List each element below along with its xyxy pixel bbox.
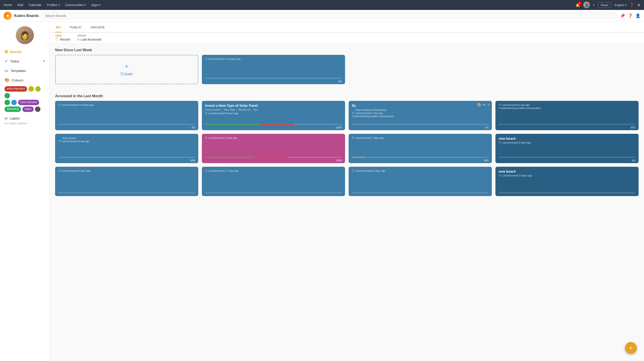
sidebar-item-templates[interactable]: ▭ Templates (0, 66, 50, 75)
fullscreen-icon[interactable]: ⤢ (487, 103, 490, 107)
profiles-chevron: ▾ (58, 3, 60, 6)
templates-icon: ▭ (4, 68, 8, 73)
clock-icon: ⏱ (58, 104, 61, 106)
user-avatar-header[interactable]: 👤 (636, 13, 640, 18)
nav-apps[interactable]: Apps ▾ (91, 3, 101, 7)
board-card-2days[interactable]: ⏱ Last Accessed 2 days ago 13/69 (202, 134, 345, 163)
main-content: MY PUBLIC ARCHIVE View ⏱ Recent Order ≡ … (50, 22, 644, 361)
colour-dot-lime[interactable] (35, 86, 41, 92)
notif-badge: 3 (578, 1, 582, 5)
colour-tag-demo[interactable]: Demo Boards (18, 100, 39, 105)
nav-communities[interactable]: Communities ▾ (65, 3, 86, 7)
board-card-9days[interactable]: ⏱ Last Accessed 9 days ago (55, 167, 198, 196)
communities-chevron: ▾ (84, 3, 86, 6)
people-icon: 👥 (352, 108, 355, 111)
fab-button[interactable]: + (625, 342, 637, 354)
labels-icon: 🏷 (4, 116, 8, 120)
tab-my[interactable]: MY (55, 23, 62, 32)
create-card[interactable]: + Create (55, 55, 198, 84)
board-grid-new: + Create ⏱ Last Accessed 4 minutes ago 0… (50, 55, 644, 90)
help-icon-header[interactable]: ❓ (628, 13, 633, 18)
sidebar-item-colours[interactable]: 🎨 Colours (0, 75, 50, 85)
board-card-7days[interactable]: ⏱ Last Accessed 7 days ago 0/53 (349, 134, 492, 163)
avatar-button[interactable]: 👤 (583, 1, 590, 8)
colour-dot-green[interactable] (4, 93, 10, 98)
colour-dot-teal[interactable] (4, 100, 10, 105)
card-actions: 🎨 ✏ ⤢ (477, 103, 490, 107)
board-card-newboard-8[interactable]: new board ⏱ Last Accessed 8 days ago 0/3 (496, 134, 638, 163)
hash-icon: # (498, 107, 500, 109)
board-card-solar[interactable]: Invent a New Type of Solar Panel Invent … (202, 101, 345, 130)
nav-profiles[interactable]: Profiles ▾ (47, 3, 60, 7)
lang-chevron: ▾ (625, 3, 626, 6)
nav-mail[interactable]: Mail (18, 3, 23, 7)
board-card-newboard-23[interactable]: new board ⏱ Last Accessed 23 days ago (496, 167, 638, 196)
settings-icon[interactable]: ⚙ (637, 3, 640, 7)
labels-title: 🏷 Labels (4, 116, 45, 120)
board-card-team-kudos[interactable]: 👥 Team Kudos ⏱ Last Accessed a day ago 0… (55, 134, 198, 163)
hash-icon: # (352, 115, 353, 118)
edit-icon[interactable]: ✏ (483, 103, 486, 107)
board-card-month-1[interactable]: ⏱ Last Accessed 4 minutes ago 0/0 (55, 101, 198, 130)
nav-home[interactable]: Home (4, 3, 12, 7)
search-icons: 📌 ❓ 👤 (620, 13, 640, 18)
language-button[interactable]: English ▾ (614, 3, 626, 7)
notifications-button[interactable]: 🔔 3 (576, 3, 580, 7)
create-label: Create (120, 72, 133, 76)
board-card-22days[interactable]: ⏱ Last Accessed 22 days ago (349, 167, 492, 196)
user-dropdown-chevron[interactable]: ▾ (593, 3, 594, 6)
colour-tags: extra important Demo Boards Marketing Sa… (0, 85, 50, 114)
board-card-17days[interactable]: ⏱ Last Accessed 17 days ago (202, 167, 345, 196)
no-labels-text: No labels defined (4, 122, 45, 125)
todos-icon: ✓ (4, 59, 8, 64)
create-plus-icon: + (125, 63, 128, 70)
order-value[interactable]: ≡ Last Accessed (77, 37, 101, 41)
logo: ● (4, 12, 12, 20)
clock-icon: ⏱ (58, 140, 61, 143)
view-value[interactable]: ⏱ Recent (55, 37, 70, 41)
todos-expand-icon: ▾ (43, 59, 45, 63)
clock-icon: ⏱ (55, 37, 59, 41)
share-button[interactable]: Share (598, 2, 612, 8)
top-nav-right: 🔔 3 👤 ▾ Share English ▾ ❓ ⚙ (576, 1, 640, 8)
palette-icon[interactable]: 🎨 (477, 103, 482, 107)
sidebar-avatar: 👩 (0, 22, 50, 47)
board-card-new-1[interactable]: ⏱ Last Accessed 4 minutes ago 0/0 (202, 55, 345, 84)
clock-icon: ⏱ (58, 169, 61, 172)
clock-icon: ⏱ (205, 169, 208, 172)
order-group: Order ≡ Last Accessed (77, 34, 101, 41)
apps-chevron: ▾ (99, 3, 101, 6)
top-nav: Home Mail Calendar Profiles ▾ Communitie… (0, 0, 644, 10)
search-bar-row: ● Kudos Boards 📌 ❓ 👤 (0, 10, 644, 22)
colour-tag-extra-important[interactable]: extra important (4, 86, 27, 92)
board-card-lkj[interactable]: 🎨 ✏ ⤢ lkj 👥 New Employee Onboarding ⏱ La… (349, 101, 492, 130)
tab-public[interactable]: PUBLIC (69, 23, 82, 32)
search-input[interactable] (41, 12, 617, 19)
clock-icon: ⏱ (352, 136, 354, 139)
sidebar-item-todos[interactable]: ✓ Todos ▾ (0, 56, 50, 66)
main-layout: 👩 ⊞ Boards ✓ Todos ▾ ▭ Templates 🎨 Colou… (0, 22, 644, 361)
section-accessed-last-month: Accessed in the Last Month (50, 90, 644, 101)
labels-section: 🏷 Labels No labels defined (0, 114, 50, 127)
section-new-since-last-week: New Since Last Week (50, 43, 644, 55)
board-card-day-ago[interactable]: ⏱ Last Accessed a day ago # brainstormin… (496, 101, 638, 130)
view-order-bar: View ⏱ Recent Order ≡ Last Accessed (50, 32, 644, 43)
pin-icon[interactable]: 📌 (620, 13, 625, 18)
people-icon: 👥 (58, 136, 62, 139)
clock-icon: ⏱ (205, 112, 208, 115)
help-icon[interactable]: ❓ (630, 3, 634, 7)
clock-icon: ⏱ (352, 169, 354, 172)
colour-dot-yellow[interactable] (28, 86, 34, 92)
tab-archive[interactable]: ARCHIVE (90, 23, 106, 32)
tabs-bar: MY PUBLIC ARCHIVE (50, 22, 644, 32)
colour-tag-marketing[interactable]: Marketing (4, 106, 21, 112)
user-avatar: 👩 (16, 26, 34, 44)
view-group: View ⏱ Recent (55, 34, 70, 41)
colour-tag-sales[interactable]: Sales (22, 106, 34, 112)
sidebar: 👩 ⊞ Boards ✓ Todos ▾ ▭ Templates 🎨 Colou… (0, 22, 50, 361)
colour-dot-dark[interactable] (35, 106, 40, 112)
colour-dot-blue[interactable] (11, 100, 17, 105)
nav-calendar[interactable]: Calendar (29, 3, 42, 7)
sort-icon: ≡ (77, 37, 79, 41)
sidebar-item-boards[interactable]: ⊞ Boards (0, 47, 50, 56)
